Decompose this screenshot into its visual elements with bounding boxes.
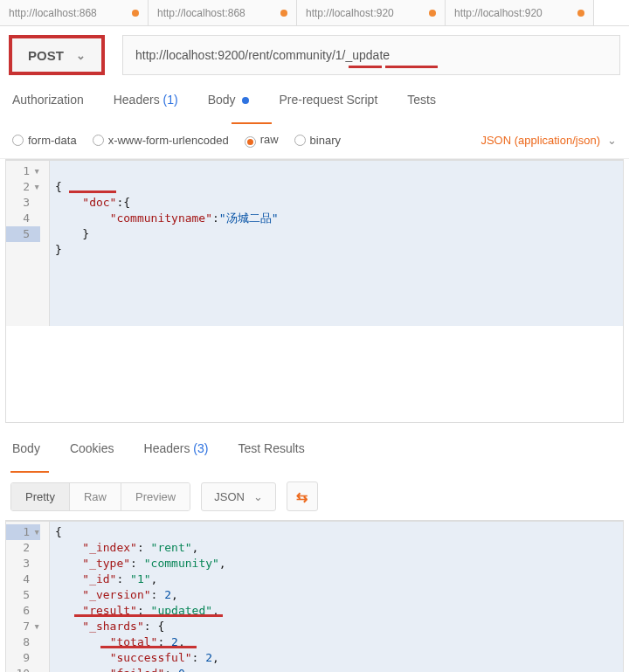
ct-label: JSON (application/json) xyxy=(480,134,600,147)
tab-resp-tests[interactable]: Test Results xyxy=(238,441,304,464)
chevron-down-icon: ⌄ xyxy=(607,134,617,147)
doc-tab-label: http://localhost:920 xyxy=(306,7,394,19)
tab-label: Body xyxy=(208,93,236,107)
dirty-dot-icon xyxy=(577,10,584,17)
response-editor[interactable]: 1▾ 2 3 4 5 6 7▾ 8 9 10 11 12 { "_index":… xyxy=(5,520,624,672)
request-tabs: Authorization Headers (1) Body Pre-reque… xyxy=(0,75,629,124)
doc-tab-label: http://localhost:868 xyxy=(157,7,245,19)
doc-tabs: http://localhost:868 http://localhost:86… xyxy=(0,0,629,26)
wrap-lines-button[interactable]: ⇆ xyxy=(287,481,318,511)
gutter: 1▾ 2▾ 3 4 5 xyxy=(6,161,50,326)
tab-label: Headers xyxy=(114,93,160,107)
annotation xyxy=(349,66,382,68)
request-editor[interactable]: 1▾ 2▾ 3 4 5 { "doc":{ "communityname":"汤… xyxy=(5,159,624,423)
radio-binary[interactable]: binary xyxy=(294,134,341,147)
doc-tab[interactable]: http://localhost:868 xyxy=(0,0,149,25)
annotation xyxy=(74,614,223,617)
response-tabs: Body Cookies Headers (3) Test Results xyxy=(0,428,629,473)
annotation xyxy=(100,646,197,648)
method-label: POST xyxy=(28,48,64,63)
method-select[interactable]: POST ⌄ xyxy=(9,35,105,75)
tab-resp-headers[interactable]: Headers (3) xyxy=(144,441,209,464)
tab-resp-body[interactable]: Body xyxy=(12,441,40,464)
doc-tab-label: http://localhost:920 xyxy=(454,7,543,19)
tab-prerequest[interactable]: Pre-request Script xyxy=(279,93,377,115)
tab-headers[interactable]: Headers (1) xyxy=(114,93,178,115)
tab-resp-cookies[interactable]: Cookies xyxy=(70,441,114,464)
doc-tab-label: http://localhost:868 xyxy=(9,7,97,19)
doc-tab[interactable]: http://localhost:920 xyxy=(297,0,446,25)
code[interactable]: { "_index": "rent", "_type": "community"… xyxy=(50,522,623,672)
annotation xyxy=(385,66,438,68)
request-toolbar: POST ⌄ xyxy=(0,26,629,75)
lang-label: JSON xyxy=(214,490,245,503)
tab-body[interactable]: Body xyxy=(208,93,250,115)
opt-label: form-data xyxy=(28,134,77,147)
dirty-dot-icon xyxy=(132,10,139,17)
tab-tests[interactable]: Tests xyxy=(407,93,436,115)
dirty-dot-icon xyxy=(280,10,287,17)
headers-count: (1) xyxy=(163,93,178,107)
url-field-wrap xyxy=(122,35,620,75)
radio-form-data[interactable]: form-data xyxy=(12,134,77,147)
annotation xyxy=(69,191,116,193)
doc-tab[interactable]: http://localhost:868 xyxy=(149,0,297,25)
chevron-down-icon: ⌄ xyxy=(253,490,263,503)
opt-label: binary xyxy=(310,134,341,147)
body-type-row: form-data x-www-form-urlencoded raw bina… xyxy=(0,124,629,159)
doc-tab[interactable]: http://localhost:920 xyxy=(446,0,594,25)
gutter: 1▾ 2 3 4 5 6 7▾ 8 9 10 11 12 xyxy=(6,522,50,672)
radio-urlencoded[interactable]: x-www-form-urlencoded xyxy=(93,134,229,147)
seg-raw[interactable]: Raw xyxy=(70,483,121,510)
opt-label: x-www-form-urlencoded xyxy=(108,134,229,147)
wrap-icon: ⇆ xyxy=(296,488,308,505)
code[interactable]: { "doc":{ "communityname":"汤城二品" } } xyxy=(50,161,623,326)
response-toolbar: Pretty Raw Preview JSON ⌄ ⇆ xyxy=(0,473,629,520)
dirty-dot-icon xyxy=(429,10,436,17)
tab-label: Headers xyxy=(144,441,190,455)
seg-pretty[interactable]: Pretty xyxy=(11,483,70,510)
tab-authorization[interactable]: Authorization xyxy=(12,93,84,115)
dot-icon xyxy=(242,97,249,104)
seg-preview[interactable]: Preview xyxy=(121,483,190,510)
headers-count: (3) xyxy=(193,441,208,455)
response-lang-select[interactable]: JSON ⌄ xyxy=(201,482,276,511)
radio-raw[interactable]: raw xyxy=(245,133,279,148)
chevron-down-icon: ⌄ xyxy=(76,49,86,62)
opt-label: raw xyxy=(260,133,279,146)
url-input[interactable] xyxy=(135,48,607,62)
content-type-select[interactable]: JSON (application/json)⌄ xyxy=(480,134,617,147)
view-mode-seg: Pretty Raw Preview xyxy=(10,482,190,511)
